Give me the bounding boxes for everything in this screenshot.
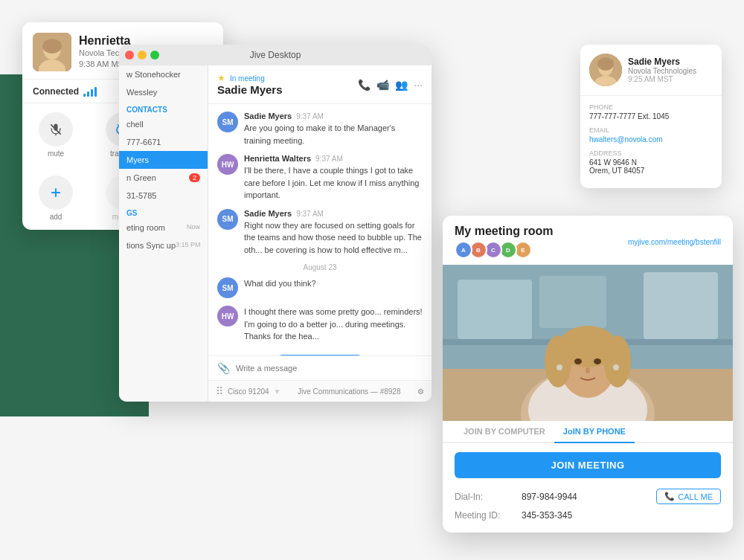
message-5: HW I thought there was some pretty goo..… [217, 306, 423, 343]
add-btn-wrap: add [22, 167, 89, 230]
add-button[interactable] [39, 176, 73, 210]
add-label: add [50, 213, 62, 221]
email-field-label: Email [589, 126, 713, 134]
sidebar-item-wessley[interactable]: Wessley [119, 83, 208, 101]
contact-name: Sadie Myers [628, 57, 696, 67]
sidebar-section-contacts: Contacts [119, 101, 208, 115]
signal-icon [83, 86, 97, 97]
msg-content-2: Henrietta Walters 9:37 AM I'll be there,… [244, 154, 423, 202]
attach-icon[interactable]: 📎 [217, 362, 230, 374]
msg-meta-1: Sadie Myers 9:37 AM [244, 112, 423, 120]
tab-join-phone[interactable]: JoIN BY PHONE [554, 421, 635, 443]
msg-avatar-henrietta: HW [217, 154, 238, 175]
call-me-button[interactable]: 📞 CALL ME [656, 489, 721, 504]
msg-content-1: Sadie Myers 9:37 AM Are you going to mak… [244, 112, 423, 147]
phone-field-label: Phone [589, 103, 713, 111]
video-feed [443, 265, 733, 421]
svg-point-39 [586, 367, 590, 373]
maximize-button[interactable] [150, 51, 159, 59]
message-input[interactable] [236, 364, 423, 373]
sidebar-item-green[interactable]: n Green 2 [119, 169, 208, 187]
msg-avatar-sadie: SM [217, 112, 238, 132]
badge-green: 2 [189, 173, 200, 182]
people-icon[interactable]: 👥 [395, 79, 408, 91]
dial-in-value: 897-984-9944 [522, 492, 577, 502]
signal-bar-4 [94, 87, 97, 97]
address-field-label: Address [589, 149, 713, 157]
window-controls [125, 51, 159, 59]
mute-button[interactable] [39, 112, 73, 147]
app-title: Jive Desktop [250, 50, 301, 60]
meeting-room-panel: My meeting room A B C D E myjive.com/mee… [443, 216, 733, 532]
svg-point-40 [557, 364, 562, 370]
date-divider: August 23 [217, 263, 423, 271]
contact-info: Sadie Myers Novola Technologies 9:25 AM … [628, 57, 696, 83]
chat-header: ★ In meeting Sadie Myers 📞 📹 👥 ··· [208, 65, 432, 104]
signal-bar-2 [87, 91, 89, 97]
msg-avatar-henrietta-2: HW [217, 306, 238, 326]
footer-line: Jive Communications — #8928 [298, 387, 400, 396]
phone-small-icon: 📞 [664, 492, 675, 501]
sidebar-item-meeting[interactable]: eting room Now [119, 219, 208, 236]
message-1: SM Sadie Myers 9:37 AM Are you going to … [217, 112, 423, 147]
meeting-link[interactable]: myjive.com/meeting/bstenfill [628, 238, 721, 246]
jive-body: w Stonehocker Wessley Contacts chell 777… [119, 65, 432, 402]
phone-icon[interactable]: 📞 [358, 79, 371, 91]
meeting-header-left: My meeting room A B C D E [455, 225, 553, 259]
close-button[interactable] [125, 51, 134, 59]
chat-input-row: 📎 [208, 355, 432, 380]
svg-point-38 [594, 358, 601, 364]
jump-to-last-read: Jump to last read ↑ [217, 350, 423, 356]
jive-footer: ⠿ Cisco 91204 ▼ Jive Communications — #8… [208, 380, 432, 402]
svg-point-35 [545, 335, 571, 387]
settings-icon[interactable]: ⚙ [417, 387, 424, 396]
sidebar-section-groups: gs [119, 205, 208, 219]
msg-content-5: I thought there was some pretty goo... r… [244, 306, 423, 343]
sidebar-item-myers[interactable]: Myers [119, 151, 208, 169]
contact-panel-header: Sadie Myers Novola Technologies 9:25 AM … [580, 45, 722, 96]
more-icon[interactable]: ··· [414, 79, 423, 91]
contact-panel: Sadie Myers Novola Technologies 9:25 AM … [580, 45, 722, 188]
msg-meta-3: Sadie Myers 9:37 AM [244, 209, 423, 218]
footer-left: ⠿ Cisco 91204 ▼ [216, 385, 281, 397]
contact-company: Novola Technologies [628, 67, 696, 75]
minimize-button[interactable] [138, 51, 147, 59]
svg-point-36 [604, 335, 631, 387]
contact-details: Phone 777-777-7777 Ext. 1045 Email hwalt… [580, 96, 722, 188]
meeting-id-row: Meeting ID: 345-353-345 [455, 507, 721, 524]
jive-chat-main: ★ In meeting Sadie Myers 📞 📹 👥 ··· SM [208, 65, 432, 402]
dial-in-label: Dial-In: [455, 492, 522, 502]
dial-in-row: Dial-In: 897-984-9944 📞 CALL ME [455, 486, 721, 507]
chat-contact-info: ★ In meeting Sadie Myers [217, 73, 283, 96]
sidebar-item-sync[interactable]: tions Sync up 3:15 PM [119, 236, 208, 254]
join-meeting-button[interactable]: JOIN MEETING [455, 452, 721, 478]
meeting-title: My meeting room [455, 225, 553, 238]
video-icon[interactable]: 📹 [376, 79, 389, 91]
svg-rect-25 [458, 280, 532, 339]
contact-time: 9:25 AM MST [628, 75, 696, 83]
sidebar-item-phone2[interactable]: 31-5785 [119, 187, 208, 205]
svg-point-37 [574, 358, 582, 364]
meeting-id-label: Meeting ID: [455, 510, 522, 521]
sidebar-item-chell[interactable]: chell [119, 115, 208, 133]
sidebar-item-stonehocker[interactable]: w Stonehocker [119, 65, 208, 83]
chat-contact-name: Sadie Myers [217, 83, 283, 96]
message-2: HW Henrietta Walters 9:37 AM I'll be the… [217, 154, 423, 202]
sidebar-item-phone[interactable]: 777-6671 [119, 133, 208, 151]
address-field: Address 641 W 9646 NOrem, UT 84057 [589, 149, 713, 175]
chat-action-icons: 📞 📹 👥 ··· [358, 79, 423, 91]
meeting-tabs: JOIN BY COMPUTER JoIN BY PHONE [443, 421, 733, 443]
chat-messages: SM Sadie Myers 9:37 AM Are you going to … [208, 104, 432, 355]
phone-field-value: 777-777-7777 Ext. 1045 [589, 112, 713, 120]
meeting-video [443, 265, 733, 421]
svg-rect-26 [539, 276, 606, 328]
jive-sidebar: w Stonehocker Wessley Contacts chell 777… [119, 65, 208, 402]
participant-avatar-1: A [455, 241, 472, 259]
mute-btn-wrap: mute [22, 103, 89, 167]
address-field-value: 641 W 9646 NOrem, UT 84057 [589, 158, 713, 175]
message-4: SM What did you think? [217, 277, 423, 298]
footer-device: Cisco 91204 [228, 387, 269, 396]
tab-join-computer[interactable]: JOIN BY COMPUTER [455, 421, 554, 443]
grid-icon: ⠿ [216, 385, 223, 397]
meeting-header: My meeting room A B C D E myjive.com/mee… [443, 216, 733, 265]
